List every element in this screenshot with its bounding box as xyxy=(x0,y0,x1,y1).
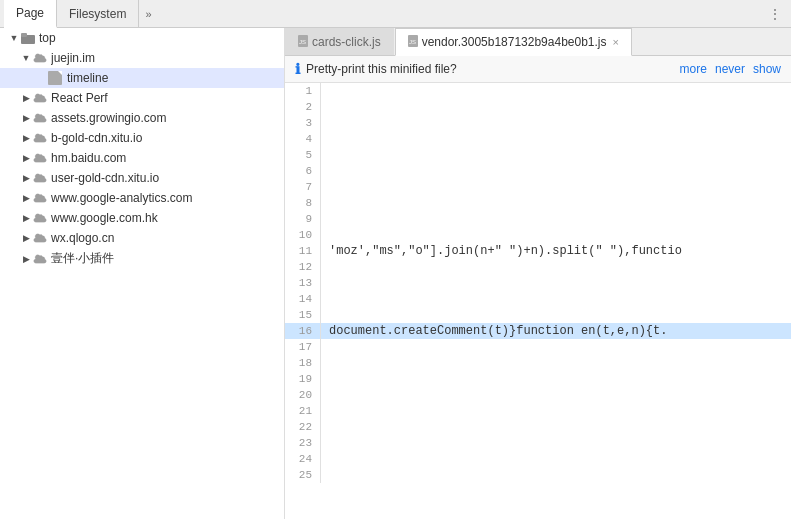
line-number: 16 xyxy=(285,323,321,339)
line-content xyxy=(321,163,329,179)
line-number: 18 xyxy=(285,355,321,371)
code-line: 15 xyxy=(285,307,791,323)
line-number: 5 xyxy=(285,147,321,163)
tree-item-reactperf[interactable]: React Perf xyxy=(0,88,284,108)
cloud-icon-juejin xyxy=(32,50,48,66)
folder-icon-top xyxy=(20,30,36,46)
tree-arrow-hmbaidu[interactable] xyxy=(20,152,32,164)
code-area[interactable]: 1234567891011'moz',"ms","o"].join(n+" ")… xyxy=(285,83,791,519)
tree-item-assets[interactable]: assets.growingio.com xyxy=(0,108,284,128)
tab-more[interactable]: » xyxy=(139,4,157,24)
line-content xyxy=(321,307,329,323)
line-content xyxy=(321,211,329,227)
cloud-icon-assets xyxy=(32,110,48,126)
file-tab-close-1[interactable]: × xyxy=(613,37,619,48)
tree-label-juejin: juejin.im xyxy=(51,51,95,65)
code-line: 22 xyxy=(285,419,791,435)
code-line: 13 xyxy=(285,275,791,291)
tab-menu[interactable]: ⋮ xyxy=(763,7,787,21)
line-content xyxy=(321,339,329,355)
line-number: 1 xyxy=(285,83,321,99)
file-tabs: JScards-click.jsJSvendor.3005b187132b9a4… xyxy=(285,28,791,56)
file-tab-0[interactable]: JScards-click.js xyxy=(285,28,394,55)
line-number: 21 xyxy=(285,403,321,419)
line-content: 'moz',"ms","o"].join(n+" ")+n).split(" "… xyxy=(321,243,682,259)
main-layout: top juejin.imtimeline React Perf assets.… xyxy=(0,28,791,519)
tree-arrow-bgold[interactable] xyxy=(20,132,32,144)
line-content xyxy=(321,355,329,371)
tree-label-hmbaidu: hm.baidu.com xyxy=(51,151,126,165)
line-content xyxy=(321,419,329,435)
code-line: 20 xyxy=(285,387,791,403)
tree-arrow-usergold[interactable] xyxy=(20,172,32,184)
line-content xyxy=(321,147,329,163)
tree-arrow-assets[interactable] xyxy=(20,112,32,124)
tree-arrow-reactperf[interactable] xyxy=(20,92,32,104)
info-icon: ℹ xyxy=(295,61,300,77)
tree-arrow-googleanalytics[interactable] xyxy=(20,192,32,204)
never-link[interactable]: never xyxy=(715,62,745,76)
tree-label-xiaojian: 壹伴·小插件 xyxy=(51,250,114,267)
cloud-icon-reactperf xyxy=(32,90,48,106)
cloud-icon-wxqlogo xyxy=(32,230,48,246)
file-icon-timeline xyxy=(48,71,62,85)
line-content xyxy=(321,227,329,243)
code-line: 18 xyxy=(285,355,791,371)
tab-page[interactable]: Page xyxy=(4,0,57,28)
cloud-icon-bgold xyxy=(32,130,48,146)
line-number: 3 xyxy=(285,115,321,131)
code-line: 7 xyxy=(285,179,791,195)
line-number: 6 xyxy=(285,163,321,179)
code-line: 4 xyxy=(285,131,791,147)
line-number: 7 xyxy=(285,179,321,195)
file-tab-label-0: cards-click.js xyxy=(312,35,381,49)
tree-item-bgold[interactable]: b-gold-cdn.xitu.io xyxy=(0,128,284,148)
cloud-icon-googleanalytics xyxy=(32,190,48,206)
tree-item-googleanalytics[interactable]: www.google-analytics.com xyxy=(0,188,284,208)
line-number: 19 xyxy=(285,371,321,387)
tree-arrow-top[interactable] xyxy=(8,32,20,44)
tree-item-hmbaidu[interactable]: hm.baidu.com xyxy=(0,148,284,168)
line-number: 23 xyxy=(285,435,321,451)
line-number: 22 xyxy=(285,419,321,435)
left-panel: top juejin.imtimeline React Perf assets.… xyxy=(0,28,285,519)
line-content xyxy=(321,179,329,195)
svg-text:JS: JS xyxy=(299,39,306,45)
top-tabbar: Page Filesystem » ⋮ xyxy=(0,0,791,28)
tree-item-xiaojian[interactable]: 壹伴·小插件 xyxy=(0,248,284,269)
line-content xyxy=(321,387,329,403)
tree-arrow-xiaojian[interactable] xyxy=(20,253,32,265)
file-tab-1[interactable]: JSvendor.3005b187132b9a4be0b1.js× xyxy=(395,28,632,56)
code-line: 23 xyxy=(285,435,791,451)
tree-label-usergold: user-gold-cdn.xitu.io xyxy=(51,171,159,185)
show-link[interactable]: show xyxy=(753,62,781,76)
code-line: 17 xyxy=(285,339,791,355)
tree-item-top[interactable]: top xyxy=(0,28,284,48)
line-content xyxy=(321,83,329,99)
file-tab-icon-0: JS xyxy=(298,35,308,49)
cloud-icon-googlehk xyxy=(32,210,48,226)
svg-text:JS: JS xyxy=(409,39,416,45)
tab-filesystem[interactable]: Filesystem xyxy=(57,0,139,28)
tree-item-wxqlogo[interactable]: wx.qlogo.cn xyxy=(0,228,284,248)
pretty-print-message: Pretty-print this minified file? xyxy=(306,62,457,76)
file-tab-label-1: vendor.3005b187132b9a4be0b1.js xyxy=(422,35,607,49)
tree-arrow-wxqlogo[interactable] xyxy=(20,232,32,244)
tree-item-googlehk[interactable]: www.google.com.hk xyxy=(0,208,284,228)
code-line: 3 xyxy=(285,115,791,131)
tree-arrow-juejin[interactable] xyxy=(20,52,32,64)
line-number: 10 xyxy=(285,227,321,243)
code-line: 14 xyxy=(285,291,791,307)
code-line: 6 xyxy=(285,163,791,179)
tree-item-usergold[interactable]: user-gold-cdn.xitu.io xyxy=(0,168,284,188)
tree-item-juejin[interactable]: juejin.im xyxy=(0,48,284,68)
tree-label-googleanalytics: www.google-analytics.com xyxy=(51,191,192,205)
code-line: 25 xyxy=(285,467,791,483)
code-line: 21 xyxy=(285,403,791,419)
line-content xyxy=(321,403,329,419)
tree-item-timeline[interactable]: timeline xyxy=(0,68,284,88)
line-content xyxy=(321,131,329,147)
tree-arrow-googlehk[interactable] xyxy=(20,212,32,224)
more-link[interactable]: more xyxy=(680,62,707,76)
svg-rect-1 xyxy=(21,33,27,37)
